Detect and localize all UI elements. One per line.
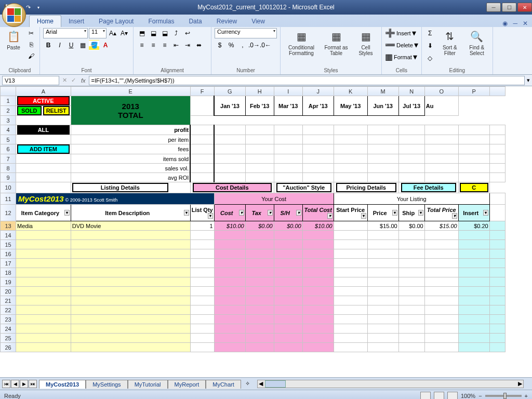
- cell-styles-button[interactable]: ▦Cell Styles: [353, 28, 378, 57]
- header-ship[interactable]: Ship: [398, 205, 424, 221]
- all-button[interactable]: ALL: [16, 125, 71, 135]
- header-tprice[interactable]: Total Price: [424, 205, 458, 221]
- bold-button[interactable]: B: [43, 40, 54, 50]
- prev-sheet-icon[interactable]: ◀: [11, 380, 19, 388]
- row-header[interactable]: 7: [1, 154, 16, 164]
- cell-qty[interactable]: 1: [190, 221, 214, 231]
- col-header[interactable]: F: [190, 87, 214, 96]
- copy-icon[interactable]: ⎘: [26, 39, 36, 50]
- cell-tprice[interactable]: $15.00: [424, 221, 458, 231]
- fill-icon[interactable]: ⬇: [425, 41, 435, 51]
- insert-cells-button[interactable]: ➕Insert ▾: [385, 28, 418, 38]
- first-sheet-icon[interactable]: ⏮: [2, 380, 10, 388]
- c-button[interactable]: C: [458, 182, 489, 193]
- row-header[interactable]: 12: [1, 205, 16, 221]
- row-header[interactable]: 22: [1, 305, 16, 315]
- currency-icon[interactable]: $: [215, 40, 225, 50]
- underline-button[interactable]: U: [66, 40, 76, 50]
- orientation-icon[interactable]: ⤴: [171, 28, 181, 38]
- sold-relist-buttons[interactable]: SOLD RELIST: [16, 106, 71, 116]
- header-insert[interactable]: Insert: [458, 205, 489, 221]
- zoom-level[interactable]: 100%: [461, 393, 475, 399]
- cell-desc[interactable]: DVD Movie: [71, 221, 190, 231]
- align-bottom-icon[interactable]: ⬓: [159, 28, 170, 38]
- cell-category[interactable]: Media: [16, 221, 71, 231]
- sheet-tab[interactable]: MySettings: [86, 380, 127, 389]
- col-header[interactable]: A: [16, 87, 71, 96]
- tab-data[interactable]: Data: [181, 16, 209, 27]
- pricing-details-button[interactable]: Pricing Details: [334, 182, 398, 193]
- col-header[interactable]: H: [245, 87, 274, 96]
- new-sheet-icon[interactable]: ✧: [241, 379, 254, 388]
- tab-review[interactable]: Review: [209, 16, 244, 27]
- fx-icon[interactable]: fx: [78, 77, 89, 84]
- sheet-tab[interactable]: MyTutorial: [128, 380, 168, 389]
- col-header[interactable]: M: [367, 87, 398, 96]
- sheet-tab[interactable]: MyChart: [206, 380, 241, 389]
- doc-close-icon[interactable]: ✕: [523, 20, 528, 27]
- format-table-button[interactable]: ▦Format as Table: [321, 28, 351, 57]
- minimize-ribbon-icon[interactable]: ─: [513, 20, 517, 27]
- sheet-tab[interactable]: MyCost2013: [39, 380, 86, 389]
- col-header[interactable]: G: [214, 87, 245, 96]
- row-header[interactable]: 17: [1, 259, 16, 268]
- cut-icon[interactable]: ✂: [26, 28, 36, 38]
- formula-input[interactable]: =IF(F13<1,"",(MySettings!$H$7)): [89, 76, 525, 85]
- clear-icon[interactable]: ◇: [425, 53, 435, 63]
- wrap-text-icon[interactable]: ↩: [182, 28, 193, 38]
- col-header[interactable]: P: [458, 87, 489, 96]
- format-cells-button[interactable]: ▦Format ▾: [385, 52, 418, 62]
- merge-icon[interactable]: ⬌: [194, 40, 204, 50]
- tab-page-layout[interactable]: Page Layout: [91, 16, 141, 27]
- cell-price[interactable]: $15.00: [367, 221, 398, 231]
- header-cost[interactable]: Cost: [214, 205, 245, 221]
- percent-icon[interactable]: %: [226, 40, 236, 50]
- header-start[interactable]: Start Price: [334, 205, 367, 221]
- horizontal-scrollbar[interactable]: ◀▶: [257, 380, 524, 388]
- header-sh[interactable]: S/H: [274, 205, 302, 221]
- find-select-button[interactable]: 🔍Find & Select: [464, 28, 489, 57]
- border-icon[interactable]: ▦: [77, 40, 88, 50]
- italic-button[interactable]: I: [55, 40, 65, 50]
- office-button[interactable]: [2, 3, 26, 27]
- fee-details-button[interactable]: Fee Details: [398, 182, 458, 193]
- align-top-icon[interactable]: ⬒: [137, 28, 147, 38]
- tab-insert[interactable]: Insert: [61, 16, 91, 27]
- next-sheet-icon[interactable]: ▶: [20, 380, 28, 388]
- tab-formulas[interactable]: Formulas: [141, 16, 181, 27]
- font-size-select[interactable]: 11: [89, 28, 107, 38]
- font-name-select[interactable]: Arial: [43, 28, 88, 38]
- last-sheet-icon[interactable]: ⏭: [29, 380, 37, 388]
- header-total[interactable]: Total Cost: [302, 205, 334, 221]
- row-header[interactable]: 20: [1, 287, 16, 296]
- increase-indent-icon[interactable]: ⇥: [182, 40, 193, 50]
- col-header[interactable]: J: [302, 87, 334, 96]
- row-header[interactable]: 9: [1, 173, 16, 182]
- row-header[interactable]: 14: [1, 231, 16, 240]
- page-layout-view-icon[interactable]: [434, 392, 444, 400]
- zoom-in-icon[interactable]: +: [525, 393, 528, 399]
- tab-view[interactable]: View: [244, 16, 272, 27]
- row-header[interactable]: 13: [1, 221, 16, 231]
- add-item-button[interactable]: ADD ITEM: [16, 144, 71, 154]
- comma-icon[interactable]: ,: [237, 40, 248, 50]
- grow-font-icon[interactable]: A▴: [108, 28, 118, 38]
- select-all[interactable]: [1, 87, 16, 96]
- tab-home[interactable]: Home: [29, 15, 61, 27]
- header-qty[interactable]: List Qty: [190, 205, 214, 221]
- row-header[interactable]: 4: [1, 125, 16, 135]
- cell-tax[interactable]: $0.00: [245, 221, 274, 231]
- row-header[interactable]: 10: [1, 182, 16, 193]
- delete-cells-button[interactable]: ➖Delete ▾: [385, 40, 418, 50]
- cell-start[interactable]: [334, 221, 367, 231]
- col-header[interactable]: E: [71, 87, 190, 96]
- active-button[interactable]: ACTIVE: [16, 96, 71, 106]
- header-price[interactable]: Price: [367, 205, 398, 221]
- row-header[interactable]: 26: [1, 343, 16, 352]
- align-center-icon[interactable]: ≡: [148, 40, 158, 50]
- close-button[interactable]: ✕: [517, 3, 532, 12]
- maximize-button[interactable]: ☐: [502, 3, 516, 12]
- decrease-indent-icon[interactable]: ⇤: [171, 40, 181, 50]
- paste-button[interactable]: 📋 Paste: [3, 28, 24, 51]
- row-header[interactable]: 8: [1, 164, 16, 173]
